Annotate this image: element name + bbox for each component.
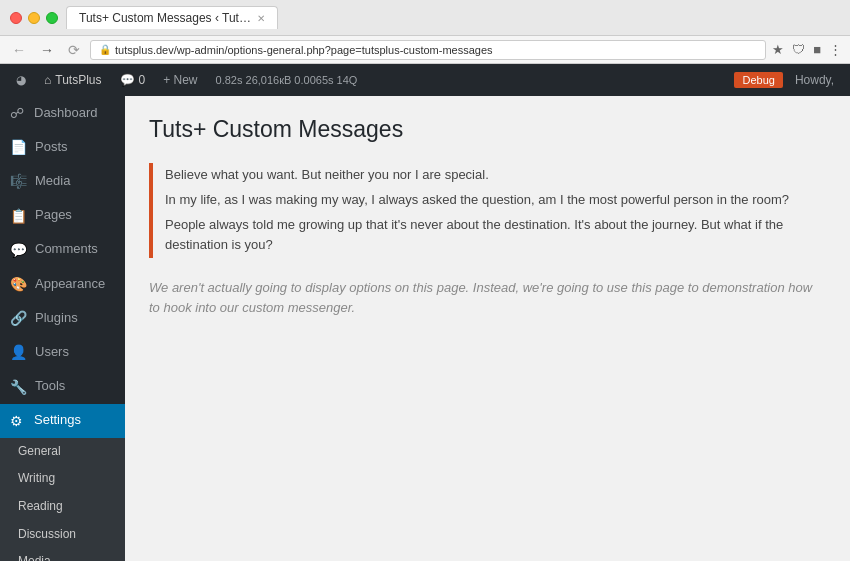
discussion-label: Discussion bbox=[18, 527, 76, 543]
tools-label: Tools bbox=[35, 378, 65, 395]
submenu-writing[interactable]: Writing bbox=[0, 465, 125, 493]
sidebar-item-pages[interactable]: 📋 Pages bbox=[0, 199, 125, 233]
wp-admin-bar: ◕ ⌂ TutsPlus 💬 0 + New 0.82s 26,016кB 0.… bbox=[0, 64, 850, 96]
page-title: Tuts+ Custom Messages bbox=[149, 116, 826, 143]
posts-label: Posts bbox=[35, 139, 68, 156]
plugins-icon: 🔗 bbox=[10, 309, 27, 327]
new-label: + New bbox=[163, 73, 197, 87]
extension-icon: ■ bbox=[813, 42, 821, 57]
writing-label: Writing bbox=[18, 471, 55, 487]
sidebar-item-posts[interactable]: 📄 Posts bbox=[0, 130, 125, 164]
media-sub-label: Media bbox=[18, 554, 51, 561]
menu-icon[interactable]: ⋮ bbox=[829, 42, 842, 57]
settings-icon: ⚙ bbox=[10, 412, 26, 430]
comments-count: 0 bbox=[139, 73, 146, 87]
sidebar-item-media[interactable]: 🎼 Media bbox=[0, 164, 125, 198]
message-line-3: People always told me growing up that it… bbox=[165, 213, 814, 259]
browser-nav: ← → ⟳ 🔒 tutsplus.dev/wp-admin/options-ge… bbox=[0, 36, 850, 64]
stats-text: 0.82s 26,016кB 0.0065s 14Q bbox=[216, 74, 358, 86]
site-name-item[interactable]: ⌂ TutsPlus bbox=[36, 64, 110, 96]
media-label: Media bbox=[35, 173, 70, 190]
wp-logo[interactable]: ◕ bbox=[8, 64, 34, 96]
maximize-button[interactable] bbox=[46, 12, 58, 24]
sidebar-item-plugins[interactable]: 🔗 Plugins bbox=[0, 301, 125, 335]
home-icon: ⌂ bbox=[44, 73, 51, 87]
settings-label: Settings bbox=[34, 412, 81, 429]
forward-button[interactable]: → bbox=[36, 40, 58, 60]
dashboard-icon: ☍ bbox=[10, 104, 26, 122]
posts-icon: 📄 bbox=[10, 138, 27, 156]
description-text: We aren't actually going to display opti… bbox=[149, 278, 826, 317]
messages-block: Believe what you want. But neither you n… bbox=[149, 163, 826, 258]
comments-item[interactable]: 💬 0 bbox=[112, 64, 154, 96]
submenu-media[interactable]: Media bbox=[0, 548, 125, 561]
sidebar: ☍ Dashboard 📄 Posts 🎼 Media 📋 Pages 💬 Co… bbox=[0, 96, 125, 561]
media-icon: 🎼 bbox=[10, 172, 27, 190]
tab-title: Tuts+ Custom Messages ‹ Tut… bbox=[79, 11, 251, 25]
appearance-icon: 🎨 bbox=[10, 275, 27, 293]
sidebar-item-settings[interactable]: ⚙ Settings bbox=[0, 404, 125, 438]
dashboard-label: Dashboard bbox=[34, 105, 98, 122]
main-content: Tuts+ Custom Messages Believe what you w… bbox=[125, 96, 850, 561]
sidebar-item-tools[interactable]: 🔧 Tools bbox=[0, 370, 125, 404]
back-button[interactable]: ← bbox=[8, 40, 30, 60]
address-text: tutsplus.dev/wp-admin/options-general.ph… bbox=[115, 44, 493, 56]
close-button[interactable] bbox=[10, 12, 22, 24]
pages-icon: 📋 bbox=[10, 207, 27, 225]
shield-icon: 🛡 bbox=[792, 42, 805, 57]
address-bar[interactable]: 🔒 tutsplus.dev/wp-admin/options-general.… bbox=[90, 40, 766, 60]
plugins-label: Plugins bbox=[35, 310, 78, 327]
new-content-item[interactable]: + New bbox=[155, 64, 205, 96]
debug-label: Debug bbox=[742, 74, 774, 86]
general-label: General bbox=[18, 444, 61, 460]
howdy-item[interactable]: Howdy, bbox=[787, 64, 842, 96]
users-icon: 👤 bbox=[10, 343, 27, 361]
pages-label: Pages bbox=[35, 207, 72, 224]
site-name: TutsPlus bbox=[55, 73, 101, 87]
submenu-reading[interactable]: Reading bbox=[0, 493, 125, 521]
wp-wrapper: ☍ Dashboard 📄 Posts 🎼 Media 📋 Pages 💬 Co… bbox=[0, 96, 850, 561]
sidebar-menu: ☍ Dashboard 📄 Posts 🎼 Media 📋 Pages 💬 Co… bbox=[0, 96, 125, 561]
star-icon[interactable]: ★ bbox=[772, 42, 784, 57]
message-line-1: Believe what you want. But neither you n… bbox=[165, 163, 814, 188]
message-line-2: In my life, as I was making my way, I al… bbox=[165, 188, 814, 213]
tab-close-icon[interactable]: ✕ bbox=[257, 13, 265, 24]
sidebar-item-appearance[interactable]: 🎨 Appearance bbox=[0, 267, 125, 301]
traffic-lights bbox=[10, 12, 58, 24]
lock-icon: 🔒 bbox=[99, 44, 111, 55]
submenu-discussion[interactable]: Discussion bbox=[0, 521, 125, 549]
browser-tab[interactable]: Tuts+ Custom Messages ‹ Tut… ✕ bbox=[66, 6, 278, 29]
sidebar-item-comments[interactable]: 💬 Comments bbox=[0, 233, 125, 267]
reading-label: Reading bbox=[18, 499, 63, 515]
settings-submenu: General Writing Reading Discussion Media… bbox=[0, 438, 125, 561]
refresh-button[interactable]: ⟳ bbox=[64, 40, 84, 60]
sidebar-item-users[interactable]: 👤 Users bbox=[0, 335, 125, 369]
admin-bar-right: Debug Howdy, bbox=[734, 64, 842, 96]
comment-icon: 💬 bbox=[120, 73, 135, 87]
tools-icon: 🔧 bbox=[10, 378, 27, 396]
browser-toolbar: ★ 🛡 ■ ⋮ bbox=[772, 42, 842, 57]
submenu-general[interactable]: General bbox=[0, 438, 125, 466]
stats-item: 0.82s 26,016кB 0.0065s 14Q bbox=[208, 64, 366, 96]
sidebar-item-dashboard[interactable]: ☍ Dashboard bbox=[0, 96, 125, 130]
users-label: Users bbox=[35, 344, 69, 361]
comments-icon: 💬 bbox=[10, 241, 27, 259]
comments-label: Comments bbox=[35, 241, 98, 258]
debug-button[interactable]: Debug bbox=[734, 72, 782, 88]
howdy-label: Howdy, bbox=[795, 73, 834, 87]
appearance-label: Appearance bbox=[35, 276, 105, 293]
minimize-button[interactable] bbox=[28, 12, 40, 24]
browser-chrome: Tuts+ Custom Messages ‹ Tut… ✕ bbox=[0, 0, 850, 36]
